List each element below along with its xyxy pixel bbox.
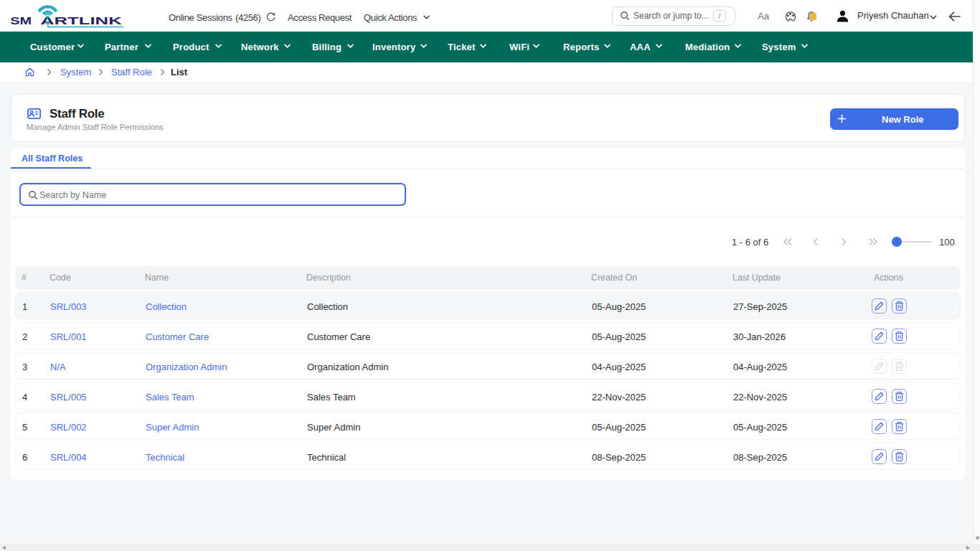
svg-text:SM: SM (10, 14, 32, 27)
svg-text:RTLINK: RTLINK (55, 14, 123, 27)
